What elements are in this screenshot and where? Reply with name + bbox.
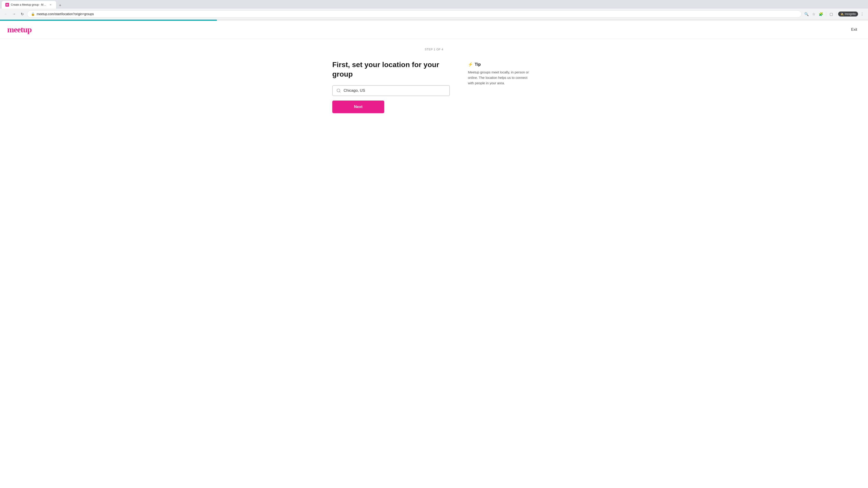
meetup-logo: meetup	[7, 25, 32, 34]
url-bar[interactable]: 🔒 meetup.com/start/location?origin=group…	[27, 10, 802, 18]
extensions-button[interactable]: 🧩	[818, 11, 824, 17]
content-layout: First, set your location for your group …	[332, 60, 536, 113]
browser-chrome: M Create a Meetup group - Meet... × + ← …	[0, 0, 868, 20]
form-section: First, set your location for your group …	[332, 60, 450, 113]
url-text: meetup.com/start/location?origin=groups	[37, 12, 798, 16]
lightning-icon: ⚡	[468, 62, 473, 67]
browser-actions: 🔍 ☆ 🧩 ▢ 🕵 Incognito ⋮	[803, 11, 865, 17]
main-content: STEP 1 OF 4 First, set your location for…	[0, 39, 868, 122]
location-input[interactable]	[344, 88, 446, 93]
bookmark-button[interactable]: ☆	[811, 11, 817, 17]
tab-label: Create a Meetup group - Meet...	[11, 3, 47, 6]
search-icon	[336, 88, 341, 93]
divider	[826, 12, 826, 16]
incognito-indicator: 🕵 Incognito	[838, 11, 858, 17]
tip-body: Meetup groups meet locally, in person or…	[468, 70, 531, 86]
page-wrapper: meetup Exit STEP 1 OF 4 First, set your …	[0, 20, 868, 480]
location-input-wrapper[interactable]	[332, 85, 450, 96]
incognito-icon: 🕵	[840, 12, 844, 15]
forward-button[interactable]: →	[11, 11, 17, 17]
back-button[interactable]: ←	[3, 11, 9, 17]
next-button[interactable]: Next	[332, 101, 384, 113]
new-tab-button[interactable]: +	[57, 2, 63, 8]
url-lock-icon: 🔒	[31, 12, 35, 16]
window-controls-button[interactable]: ▢	[828, 11, 834, 17]
active-tab[interactable]: M Create a Meetup group - Meet... ×	[2, 1, 56, 8]
page-title: First, set your location for your group	[332, 60, 450, 79]
tab-favicon: M	[5, 3, 9, 6]
step-indicator: STEP 1 OF 4	[425, 48, 443, 51]
tip-section: ⚡ Tip Meetup groups meet locally, in per…	[468, 60, 531, 86]
tab-close-button[interactable]: ×	[49, 3, 53, 6]
more-menu-button[interactable]: ⋮	[859, 11, 865, 17]
svg-line-1	[340, 92, 340, 92]
divider-2	[836, 12, 836, 16]
tab-bar: M Create a Meetup group - Meet... × +	[0, 0, 868, 8]
refresh-button[interactable]: ↻	[19, 11, 25, 17]
exit-button[interactable]: Exit	[847, 26, 861, 33]
tip-title: Tip	[475, 62, 481, 67]
search-action-button[interactable]: 🔍	[803, 11, 810, 17]
address-bar: ← → ↻ 🔒 meetup.com/start/location?origin…	[0, 8, 868, 20]
incognito-label: Incognito	[845, 12, 856, 15]
tip-header: ⚡ Tip	[468, 62, 531, 67]
site-header: meetup Exit	[0, 21, 868, 39]
